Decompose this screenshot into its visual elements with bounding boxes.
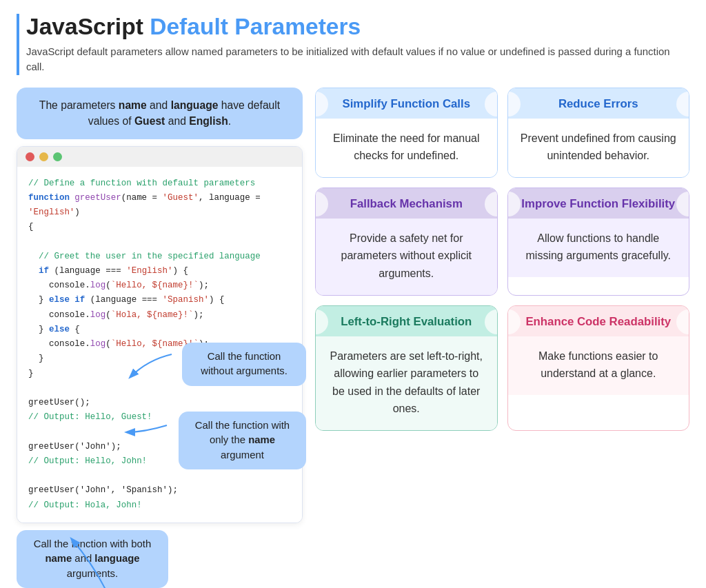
callout-both-args: Call the function with both name and lan… (17, 530, 168, 588)
card-fallback-title: Fallback Mechanism (350, 197, 463, 211)
card-readability-header: Enhance Code Readability (508, 306, 689, 336)
header-subtitle: JavaScript default parameters allow name… (26, 44, 689, 75)
window-bar (17, 147, 302, 167)
card-fallback: Fallback Mechanism Provide a safety net … (315, 187, 498, 296)
code-line: // Define a function with default parame… (28, 176, 291, 191)
callout-no-args: Call the function without arguments. (182, 343, 306, 386)
code-line: } else { (28, 323, 291, 337)
code-line (28, 235, 291, 250)
card-reduce-errors-header: Reduce Errors (508, 88, 689, 119)
main-content: The parameters name and language have de… (17, 88, 689, 588)
card-reduce-errors-body: Prevent undefined from causing unintende… (508, 119, 689, 177)
callout-name-arg: Call the function with only the name arg… (179, 412, 306, 470)
card-reduce-errors-title: Reduce Errors (558, 97, 638, 111)
card-ltr-header: Left-to-Right Evaluation (316, 306, 497, 336)
card-readability-title: Enhance Code Readability (525, 315, 671, 329)
card-fallback-header: Fallback Mechanism (316, 188, 497, 219)
code-line: { (28, 220, 291, 234)
card-improve-title: Improve Function Flexibility (521, 197, 675, 211)
code-line: // Greet the user in the specified langu… (28, 250, 291, 264)
title-blue: Default Parameters (150, 14, 361, 39)
info-bubble: The parameters name and language have de… (17, 88, 303, 139)
code-line: // Output: Hola, John! (28, 498, 291, 513)
title-black: JavaScript (26, 14, 150, 39)
card-simplify-title: Simplify Function Calls (342, 97, 470, 111)
left-panel: The parameters name and language have de… (17, 88, 303, 588)
card-improve-header: Improve Function Flexibility (508, 188, 689, 219)
card-ltr-body: Parameters are set left-to-right, allowi… (316, 336, 497, 430)
card-fallback-body: Provide a safety net for parameters with… (316, 219, 497, 295)
page-title: JavaScript Default Parameters (26, 14, 689, 40)
card-reduce-errors: Reduce Errors Prevent undefined from cau… (507, 88, 690, 178)
code-line: greetUser('John', 'Spanish'); (28, 483, 291, 498)
right-grid: Simplify Function Calls Eliminate the ne… (315, 88, 689, 431)
code-line: greetUser(); (28, 396, 291, 410)
card-improve-body: Allow functions to handle missing argume… (508, 219, 689, 277)
card-ltr-title: Left-to-Right Evaluation (341, 315, 472, 329)
code-line (28, 469, 291, 483)
code-line: function greetUser(name = 'Guest', langu… (28, 191, 291, 220)
header-section: JavaScript Default Parameters JavaScript… (17, 14, 689, 75)
info-text: The parameters name and language have de… (39, 99, 280, 128)
card-readability: Enhance Code Readability Make functions … (507, 305, 690, 431)
code-line: } else if (language === 'Spanish') { (28, 293, 291, 307)
code-line: if (language === 'English') { (28, 264, 291, 278)
card-simplify-header: Simplify Function Calls (316, 88, 497, 119)
card-readability-body: Make functions easier to understand at a… (508, 336, 689, 395)
dot-red (26, 152, 34, 161)
card-improve-flexibility: Improve Function Flexibility Allow funct… (507, 187, 690, 296)
card-simplify: Simplify Function Calls Eliminate the ne… (315, 88, 498, 178)
callout-no-args-text: Call the function without arguments. (201, 351, 288, 377)
dot-green (53, 152, 62, 161)
code-line: console.log(`Hello, ${name}!`); (28, 278, 291, 293)
callout-name-arg-text: Call the function with only the name arg… (195, 420, 290, 460)
code-line: console.log(`Hola, ${name}!`); (28, 308, 291, 323)
dot-yellow (39, 152, 48, 161)
card-simplify-body: Eliminate the need for manual checks for… (316, 119, 497, 177)
callout-both-args-text: Call the function with both name and lan… (34, 538, 151, 579)
card-ltr: Left-to-Right Evaluation Parameters are … (315, 305, 498, 431)
